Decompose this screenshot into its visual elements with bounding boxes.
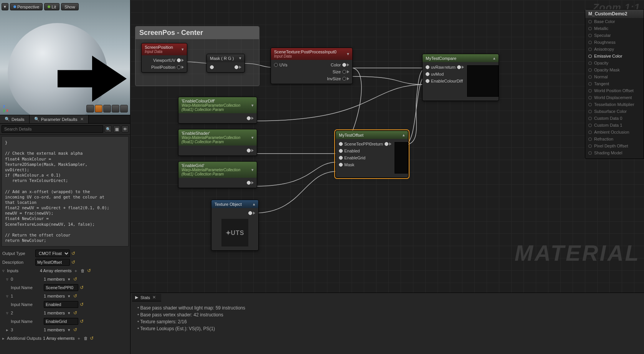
pin-in[interactable] bbox=[210, 65, 214, 69]
clear-array-icon[interactable]: 🗑 bbox=[83, 336, 88, 341]
close-icon[interactable]: ✕ bbox=[80, 117, 84, 122]
input-name-field-2[interactable] bbox=[44, 318, 78, 325]
node-mask[interactable]: Mask ( R G )▾ bbox=[206, 54, 245, 73]
node-mytestcompare[interactable]: MyTestCompare▴ uvRaw return uvMod Enable… bbox=[422, 54, 499, 101]
viewport-menu-dropdown[interactable]: ▾ bbox=[2, 3, 8, 10]
chevron-down-icon[interactable]: ▾ bbox=[239, 56, 241, 61]
output-pin-metallic[interactable]: Metallic bbox=[585, 25, 644, 32]
preview-shape-cube[interactable] bbox=[112, 105, 119, 112]
chevron-up-icon[interactable]: ▴ bbox=[253, 202, 255, 207]
preview-shape-mesh[interactable] bbox=[120, 105, 128, 112]
stats-line: Texture samplers: 2/16 bbox=[137, 318, 637, 325]
output-pin-emissive-color[interactable]: Emissive Color bbox=[585, 53, 644, 60]
output-pin-opacity-mask[interactable]: Opacity Mask bbox=[585, 66, 644, 73]
lit-button[interactable]: Lit bbox=[44, 3, 59, 10]
pin-mask[interactable]: Mask bbox=[339, 162, 354, 167]
view-options-icon[interactable]: 👁 bbox=[122, 126, 129, 132]
chevron-up-icon[interactable]: ▴ bbox=[403, 132, 405, 137]
preview-shape-sphere[interactable] bbox=[95, 105, 102, 112]
node-textureobject[interactable]: Texture Object▴ ✦UTS bbox=[211, 200, 259, 251]
chevron-down-icon[interactable]: ▾ bbox=[251, 103, 254, 108]
output-pin-tangent[interactable]: Tangent bbox=[585, 80, 644, 87]
search-icon[interactable]: 🔍 bbox=[105, 126, 112, 132]
output-pin-ambient-occlusion[interactable]: Ambient Occlusion bbox=[585, 129, 644, 136]
add-element-icon[interactable]: ＋ bbox=[73, 268, 79, 273]
pin-size[interactable]: Size bbox=[333, 69, 349, 74]
node-enablecolourdiff[interactable]: 'EnableColourDiff'Warp-MaterialParameter… bbox=[178, 97, 257, 124]
preview-shape-cylinder[interactable] bbox=[86, 105, 94, 112]
search-details-input[interactable] bbox=[2, 125, 103, 133]
chevron-down-icon[interactable]: ▾ bbox=[347, 51, 349, 56]
details-tab[interactable]: 🔍 Details bbox=[0, 115, 30, 123]
reset-icon[interactable]: ↺ bbox=[90, 336, 94, 341]
parameter-defaults-tab[interactable]: 🔍 Parameter Defaults✕ bbox=[30, 115, 89, 123]
output-pin-normal[interactable]: Normal bbox=[585, 73, 644, 80]
output-pin-custom-data-1[interactable]: Custom Data 1 bbox=[585, 122, 644, 129]
output-pin-roughness[interactable]: Roughness bbox=[585, 39, 644, 46]
output-pin-refraction[interactable]: Refraction bbox=[585, 136, 644, 142]
stats-line: Base pass shader without light map: 59 i… bbox=[137, 304, 637, 311]
perspective-button[interactable]: Perspective bbox=[10, 3, 43, 10]
stats-tab[interactable]: ▶ Stats ✕ bbox=[132, 294, 161, 301]
chevron-down-icon[interactable]: ▾ bbox=[251, 135, 254, 140]
show-button[interactable]: Show bbox=[61, 3, 79, 10]
pin-enablegrid[interactable]: EnableGrid bbox=[339, 155, 365, 160]
add-element-icon[interactable]: ＋ bbox=[76, 336, 81, 341]
chevron-down-icon[interactable]: ▾ bbox=[251, 167, 254, 172]
pin-enablecolourdiff[interactable]: EnableColourDiff bbox=[426, 79, 463, 83]
pin-uvraw[interactable]: uvRaw bbox=[426, 65, 444, 69]
output-pin-custom-data-0[interactable]: Custom Data 0 bbox=[585, 115, 644, 122]
material-graph-canvas[interactable]: Zoom 1:1 MATERIAL ScreenPos - Center Scr… bbox=[130, 0, 644, 354]
pin-out[interactable] bbox=[247, 116, 254, 120]
output-pin-world-position-offset[interactable]: World Position Offset bbox=[585, 87, 644, 94]
output-pin-opacity[interactable]: Opacity bbox=[585, 60, 644, 66]
chevron-down-icon[interactable]: ▾ bbox=[182, 47, 184, 52]
output-type-select[interactable]: CMOT Float 4 bbox=[35, 250, 70, 257]
material-watermark: MATERIAL bbox=[515, 240, 640, 266]
pin-return[interactable]: return bbox=[372, 142, 391, 146]
output-pin-tessellation-multiplier[interactable]: Tessellation Multiplier bbox=[585, 101, 644, 108]
pin-return[interactable]: return bbox=[444, 65, 464, 69]
output-pin-shading-model[interactable]: Shading Model bbox=[585, 149, 644, 156]
pin-out[interactable] bbox=[248, 211, 255, 215]
node-screenposition[interactable]: ScreenPositionInput Data▾ ViewportUV Pix… bbox=[141, 43, 187, 73]
pin-out[interactable] bbox=[234, 65, 241, 69]
node-enableshader[interactable]: 'EnableShader'Warp-MaterialParameterColl… bbox=[178, 129, 257, 156]
chevron-up-icon[interactable]: ▴ bbox=[493, 56, 495, 61]
close-icon[interactable]: ✕ bbox=[152, 295, 156, 300]
reset-icon[interactable]: ↺ bbox=[71, 260, 75, 265]
property-matrix-icon[interactable]: ▦ bbox=[113, 126, 120, 132]
reset-icon[interactable]: ↺ bbox=[71, 251, 75, 256]
pin-invsize[interactable]: InvSize bbox=[327, 76, 349, 81]
pin-out[interactable] bbox=[247, 149, 254, 152]
pin-color[interactable]: Color bbox=[331, 63, 349, 67]
pin-out[interactable] bbox=[247, 181, 254, 185]
material-preview-viewport[interactable]: ▾ Perspective Lit Show z y x bbox=[0, 0, 130, 115]
code-textarea[interactable]: } // Check the external mask alpha float… bbox=[2, 136, 129, 246]
stats-icon: ▶ bbox=[135, 295, 138, 300]
pin-uvs[interactable]: UVs bbox=[274, 63, 287, 67]
output-pin-anisotropy[interactable]: Anisotropy bbox=[585, 46, 644, 53]
output-pin-pixel-depth-offset[interactable]: Pixel Depth Offset bbox=[585, 142, 644, 149]
preview-shape-plane[interactable] bbox=[103, 105, 111, 112]
node-scenetexture[interactable]: SceneTexture:PostProcessInput0Input Data… bbox=[271, 48, 353, 84]
pin-enabled[interactable]: Enabled bbox=[339, 149, 360, 153]
output-pin-specular[interactable]: Specular bbox=[585, 32, 644, 39]
output-pin-world-displacement[interactable]: World Displacement bbox=[585, 94, 644, 101]
description-input[interactable] bbox=[35, 259, 70, 266]
pin-pixelposition[interactable]: PixelPosition bbox=[151, 65, 184, 69]
input-name-field-0[interactable] bbox=[44, 284, 78, 291]
output-pin-base-color[interactable]: Base Color bbox=[585, 18, 644, 25]
pin-uvmod[interactable]: uvMod bbox=[426, 72, 444, 76]
pin-viewportuv[interactable]: ViewportUV bbox=[153, 58, 184, 63]
node-enablegrid[interactable]: 'EnableGrid'Warp-MaterialParameterCollec… bbox=[178, 161, 257, 188]
pin-scenetexppi0[interactable]: SceneTexPPI0 bbox=[339, 142, 372, 146]
reset-icon[interactable]: ↺ bbox=[87, 268, 91, 273]
comment-title[interactable]: ScreenPos - Center bbox=[135, 26, 259, 39]
clear-array-icon[interactable]: 🗑 bbox=[80, 268, 86, 273]
material-output-panel[interactable]: M_CustomDemo2 Base ColorMetallicSpecular… bbox=[585, 9, 644, 159]
node-mytestoffset[interactable]: MyTestOffset▴ SceneTexPPI0 return Enable… bbox=[335, 131, 408, 178]
expand-icon[interactable]: ▿ bbox=[2, 268, 7, 273]
output-pin-subsurface-color[interactable]: Subsurface Color bbox=[585, 108, 644, 115]
input-name-field-1[interactable] bbox=[44, 301, 78, 308]
